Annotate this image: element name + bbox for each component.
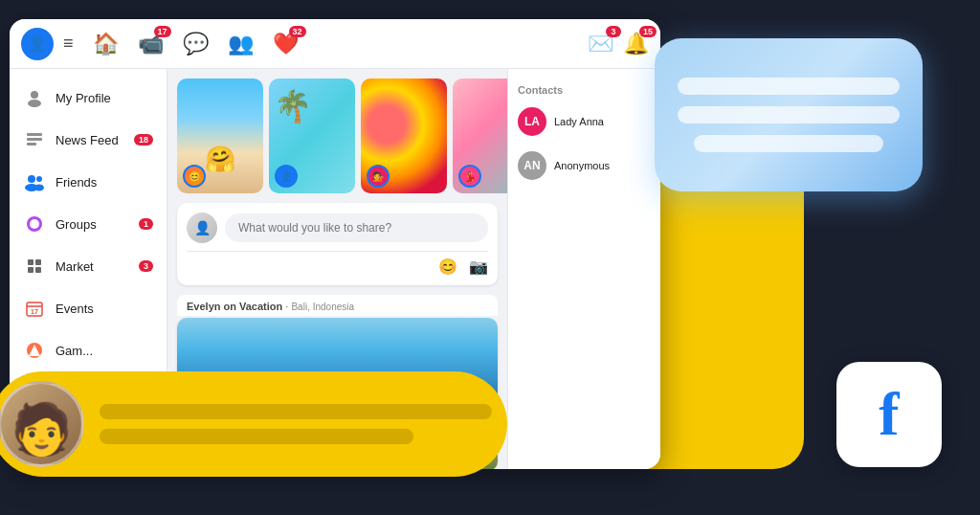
post-user-name: Evelyn on Vacation bbox=[187, 301, 282, 312]
svg-point-1 bbox=[28, 100, 41, 107]
market-icon bbox=[23, 255, 46, 278]
story-avatar-3: 💁 bbox=[367, 165, 390, 188]
post-location: Bali, Indonesia bbox=[291, 302, 354, 312]
bubble-line-2 bbox=[678, 106, 900, 123]
svg-rect-4 bbox=[27, 143, 36, 146]
bell-badge: 15 bbox=[639, 26, 657, 37]
svg-point-0 bbox=[31, 91, 38, 99]
stories-row: 🤗 😊 🌴 👤 💁 bbox=[177, 78, 498, 193]
video-badge: 17 bbox=[154, 26, 171, 37]
top-nav: 👤 ≡ 🏠 📹 17 💬 👥 ❤️ 32 ✉️ bbox=[10, 19, 660, 69]
post-input-field[interactable] bbox=[225, 213, 488, 242]
sidebar-item-groups[interactable]: Groups 1 bbox=[10, 203, 167, 245]
sidebar-item-market[interactable]: Market 3 bbox=[10, 245, 167, 287]
hamburger-icon[interactable]: ≡ bbox=[63, 34, 74, 54]
chat-item-anonymous[interactable]: AN Anonymous bbox=[508, 144, 660, 188]
sidebar-item-events[interactable]: 17 Events bbox=[10, 287, 167, 329]
bubble-line-3 bbox=[694, 135, 882, 152]
post-box: 👤 😊 📷 bbox=[177, 203, 498, 285]
sidebar-label-games: Gam... bbox=[56, 344, 93, 358]
story-card-1[interactable]: 🤗 😊 bbox=[177, 78, 263, 193]
sidebar-item-friends[interactable]: Friends bbox=[10, 161, 167, 203]
video-nav-item[interactable]: 📹 17 bbox=[138, 32, 164, 56]
post-actions: 😊 📷 bbox=[187, 251, 488, 276]
friends-icon: 👥 bbox=[228, 32, 254, 56]
svg-rect-2 bbox=[27, 133, 42, 136]
chat-avatar-1: LA bbox=[518, 107, 546, 136]
fb-letter: f bbox=[879, 384, 899, 445]
yellow-line-1 bbox=[100, 404, 492, 419]
chat-nav-item[interactable]: 💬 bbox=[183, 32, 209, 56]
sidebar-label-groups: Groups bbox=[56, 217, 97, 232]
home-nav-item[interactable]: 🏠 bbox=[93, 32, 119, 56]
likes-badge: 32 bbox=[289, 26, 306, 37]
story-card-3[interactable]: 💁 bbox=[361, 78, 447, 193]
games-icon bbox=[23, 339, 46, 362]
yellow-bubble: 🧑 bbox=[0, 371, 507, 477]
market-badge: 3 bbox=[139, 260, 153, 272]
post-username-preview: Evelyn on Vacation · Bali, Indonesia bbox=[177, 295, 498, 316]
sidebar-label-my-profile: My Profile bbox=[56, 91, 111, 105]
friends-sidebar-icon bbox=[23, 170, 46, 193]
post-input-row: 👤 bbox=[187, 213, 488, 243]
svg-point-8 bbox=[34, 185, 44, 191]
svg-point-5 bbox=[28, 175, 35, 183]
story-card-2[interactable]: 🌴 👤 bbox=[269, 78, 355, 193]
likes-nav-item[interactable]: ❤️ 32 bbox=[273, 32, 299, 56]
chat-name-2: Anonymous bbox=[554, 160, 610, 171]
sidebar-label-market: Market bbox=[56, 259, 94, 274]
sidebar-label-friends: Friends bbox=[56, 175, 97, 190]
right-panel: Contacts LA Lady Anna AN Anonymous bbox=[507, 69, 660, 469]
nav-left: 👤 ≡ bbox=[21, 28, 74, 60]
news-feed-badge: 18 bbox=[134, 134, 153, 146]
sidebar-label-news-feed: News Feed bbox=[56, 133, 119, 147]
events-icon: 17 bbox=[23, 297, 46, 320]
bell-nav-item[interactable]: 🔔 15 bbox=[623, 32, 649, 56]
nav-center: 🏠 📹 17 💬 👥 ❤️ 32 bbox=[93, 32, 299, 56]
speech-bubble bbox=[655, 38, 923, 191]
profile-icon bbox=[23, 86, 46, 109]
yellow-line-2 bbox=[100, 429, 413, 444]
story-avatar-2: 👤 bbox=[275, 165, 298, 188]
groups-badge: 1 bbox=[139, 218, 153, 230]
mail-badge: 3 bbox=[606, 26, 621, 37]
svg-rect-3 bbox=[27, 138, 42, 141]
sidebar-item-my-profile[interactable]: My Profile bbox=[10, 77, 167, 119]
sidebar-item-games[interactable]: Gam... bbox=[10, 329, 167, 371]
svg-rect-13 bbox=[28, 267, 33, 273]
svg-point-10 bbox=[30, 219, 39, 229]
svg-point-6 bbox=[36, 176, 42, 182]
sidebar-item-news-feed[interactable]: News Feed 18 bbox=[10, 119, 167, 161]
post-user-avatar: 👤 bbox=[187, 213, 217, 243]
contacts-header: Contacts bbox=[508, 77, 660, 100]
story-card-4[interactable]: 🌸 💃 bbox=[453, 78, 507, 193]
user-avatar[interactable]: 👤 bbox=[21, 28, 54, 60]
svg-text:17: 17 bbox=[31, 308, 38, 315]
fb-logo-box: f bbox=[836, 362, 942, 467]
svg-rect-12 bbox=[35, 259, 41, 265]
chat-item-lady-anna[interactable]: LA Lady Anna bbox=[508, 100, 660, 144]
story-avatar-4: 💃 bbox=[458, 165, 481, 188]
story-avatar-1: 😊 bbox=[183, 165, 206, 188]
friends-nav-item[interactable]: 👥 bbox=[228, 32, 254, 56]
sidebar-label-events: Events bbox=[56, 302, 94, 316]
svg-rect-14 bbox=[35, 267, 41, 273]
svg-rect-11 bbox=[28, 259, 33, 265]
groups-icon bbox=[23, 213, 46, 235]
yellow-lines bbox=[100, 404, 492, 444]
home-icon: 🏠 bbox=[93, 32, 119, 56]
yellow-avatar: 🧑 bbox=[0, 381, 84, 467]
chat-icon: 💬 bbox=[183, 32, 209, 56]
camera-icon[interactable]: 📷 bbox=[469, 258, 488, 276]
chat-avatar-2: AN bbox=[518, 151, 546, 180]
emoji-icon[interactable]: 😊 bbox=[438, 258, 457, 276]
mail-nav-item[interactable]: ✉️ 3 bbox=[588, 32, 613, 56]
chat-name-1: Lady Anna bbox=[554, 116, 604, 127]
bubble-line-1 bbox=[678, 78, 900, 95]
news-feed-icon bbox=[23, 128, 46, 151]
